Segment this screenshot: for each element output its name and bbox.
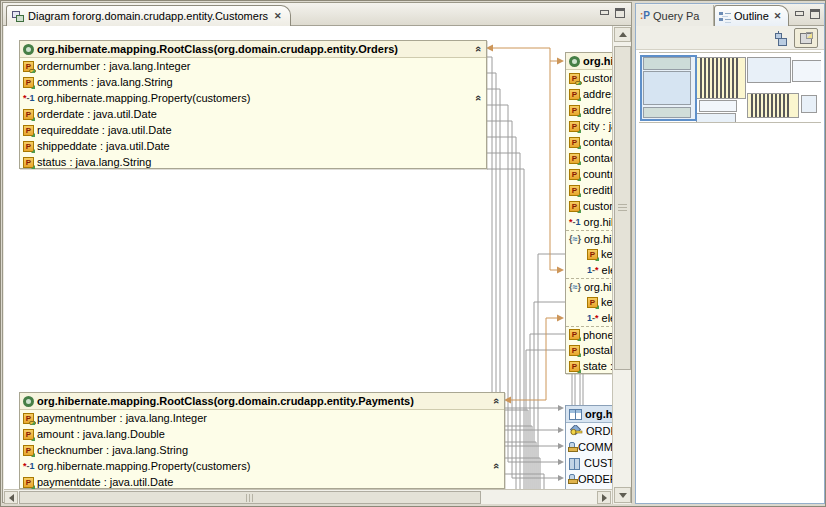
thumbnail-viewport[interactable] [640,55,697,121]
minimize-icon[interactable] [794,9,804,19]
foreign-key-column-icon [569,458,581,468]
payments-row-checknumber[interactable]: checknumber : java.lang.String [20,442,504,458]
customers-class-box[interactable]: org.hibernate.mapping.RootClass(org.doma… [565,52,612,374]
orders-class-box[interactable]: org.hibernate.mapping.RootClass(org.doma… [19,40,487,169]
many-to-one-icon: *-1 [569,217,581,227]
scroll-right-button[interactable] [597,491,611,504]
many-to-one-icon: *-1 [23,461,35,471]
orders-row-requireddate[interactable]: requireddate : java.util.Date [20,122,486,138]
property-icon [569,137,580,148]
scroll-left-button[interactable] [4,491,18,504]
minimize-icon[interactable] [599,8,609,18]
table-column-row[interactable]: ORDERDATE [566,471,612,487]
customers-row[interactable]: country : java.lang.String [566,166,612,182]
diagram-overview-thumbnail[interactable] [639,52,821,123]
orders-row-shippeddate[interactable]: shippeddate : java.util.Date [20,138,486,154]
table-column-row[interactable]: COMMENTS [566,439,612,455]
id-property-icon [23,61,34,72]
property-icon [569,105,580,116]
payments-row-paymentnumber[interactable]: paymentnumber : java.lang.Integer [20,410,504,426]
customers-row[interactable]: contactlastname : java.lang.String [566,150,612,166]
diagram-canvas[interactable]: org.hibernate.mapping.RootClass(org.doma… [4,26,612,489]
close-icon[interactable]: ✕ [774,11,782,21]
collection-element-row[interactable]: 1-*element : org.domain.crudapp.entity.O… [566,262,612,278]
mini-box [699,100,737,112]
property-icon [23,125,34,136]
orders-table-header[interactable]: org.hibernate.mapping.Table(ORDERS) [566,406,612,423]
table-column-row[interactable]: CUSTOMERNUMBER [566,455,612,471]
close-icon[interactable]: ✕ [274,11,282,21]
id-property-icon [23,413,34,424]
orders-row-status[interactable]: status : java.lang.String [20,154,486,170]
customers-class-header[interactable]: org.hibernate.mapping.RootClass(org.doma… [566,53,612,70]
primary-key-icon [569,425,583,437]
column-icon [569,474,575,484]
customers-row[interactable]: addressline1 : java.lang.String [566,86,612,102]
maximize-icon[interactable] [810,9,820,19]
table-icon [569,409,582,420]
customers-row[interactable]: state : java.lang.String [566,358,612,374]
editor-tab-bar: Diagram fororg.domain.crudapp.entity.Cus… [3,3,631,26]
eclipse-workbench: Diagram fororg.domain.crudapp.entity.Cus… [0,0,826,507]
property-icon [569,169,580,180]
customers-row[interactable]: creditlimit : java.lang.Double [566,182,612,198]
customers-row[interactable]: city : java.lang.String [566,118,612,134]
outline-view: :P Query Pa Outline ✕ [635,3,825,504]
collapse-icon[interactable]: « [474,46,484,52]
orders-row-ordernumber[interactable]: ordernumber : java.lang.Integer [20,58,486,74]
vertical-scrollbar[interactable] [612,26,631,504]
orders-row-orderdate[interactable]: orderdate : java.util.Date [20,106,486,122]
orders-class-header[interactable]: org.hibernate.mapping.RootClass(org.doma… [20,41,486,58]
editor-tab-title: Diagram fororg.domain.crudapp.entity.Cus… [28,10,268,22]
outline-icon [719,11,731,22]
customers-collection-orders[interactable]: {≈}org.hibernate.mapping.Bag(orders) [566,230,612,246]
diagram-icon [12,11,24,22]
horizontal-scrollbar[interactable] [4,489,612,504]
payments-row-amount[interactable]: amount : java.lang.Double [20,426,504,442]
customers-row[interactable]: postalcode : java.lang.String [566,342,612,358]
customers-row-property[interactable]: *-1org.hibernate.mapping.Property(employ… [566,214,612,230]
collapse-icon[interactable]: « [492,398,502,404]
customers-row[interactable]: customernumber : java.lang.Integer [566,70,612,86]
outline-body [636,124,824,503]
collection-key-row[interactable]: key : java.lang.Integer [566,246,612,262]
editor-tab-diagram[interactable]: Diagram fororg.domain.crudapp.entity.Cus… [6,5,291,26]
collapse-icon[interactable]: « [474,95,484,101]
tab-outline[interactable]: Outline ✕ [714,5,789,26]
payments-class-header[interactable]: org.hibernate.mapping.RootClass(org.doma… [20,393,504,410]
orders-row-customers-property[interactable]: *-1org.hibernate.mapping.Property(custom… [20,90,486,106]
customers-row[interactable]: phone : java.lang.String [566,326,612,342]
horizontal-scroll-thumb[interactable] [19,491,481,504]
class-icon [569,56,580,67]
payments-class-box[interactable]: org.hibernate.mapping.RootClass(org.doma… [19,392,505,489]
vertical-scroll-thumb[interactable] [614,46,631,370]
property-icon [569,185,580,196]
link-with-editor-icon[interactable] [772,31,786,45]
scroll-down-button[interactable] [614,487,631,503]
orders-table-box[interactable]: org.hibernate.mapping.Table(ORDERS) ORDE… [565,405,612,489]
customers-class-title: org.hibernate.mapping.RootClass(org.doma… [583,55,612,67]
customers-row[interactable]: customername : java.lang.String [566,198,612,214]
property-icon [569,329,580,340]
payments-row-customers-property[interactable]: *-1org.hibernate.mapping.Property(custom… [20,458,504,474]
payments-row-paymentdate[interactable]: paymentdate : java.util.Date [20,474,504,489]
collapse-icon[interactable]: « [492,463,502,469]
collection-icon: {≈} [569,234,581,244]
collection-element-row[interactable]: 1-*element : org.domain.crudapp.entity.P… [566,310,612,326]
one-to-many-icon: 1-* [587,265,599,275]
customers-row[interactable]: contactfirstname : java.lang.String [566,134,612,150]
collection-key-row[interactable]: key : java.lang.Integer [566,294,612,310]
scroll-up-button[interactable] [614,27,631,42]
one-to-many-icon: 1-* [587,313,599,323]
maximize-icon[interactable] [615,8,625,18]
customers-row[interactable]: addressline2 : java.lang.String [566,102,612,118]
orders-row-comments[interactable]: comments : java.lang.String [20,74,486,90]
property-icon [569,361,580,372]
customers-collection-payments[interactable]: {≈}org.hibernate.mapping.Bag(payments) [566,278,612,294]
property-icon [23,477,34,488]
table-column-row[interactable]: ORDERNUMBER [566,423,612,439]
property-icon [23,141,34,152]
overview-toggle-button[interactable] [794,28,818,48]
property-icon [569,345,580,356]
tab-query-page[interactable]: :P Query Pa [636,5,714,26]
